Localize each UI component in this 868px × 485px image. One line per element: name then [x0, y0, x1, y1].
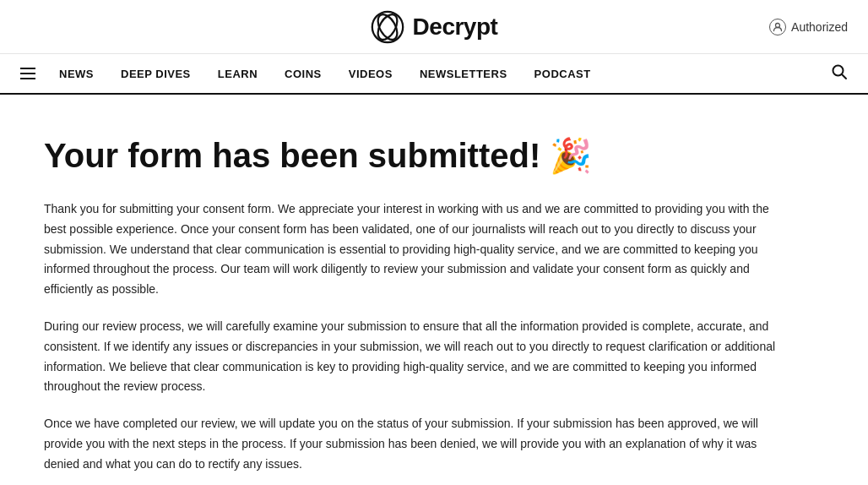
- auth-area[interactable]: Authorized: [769, 19, 848, 35]
- nav-items-list: NEWS DEEP DIVES LEARN COINS VIDEOS NEWSL…: [59, 66, 591, 81]
- user-icon: [769, 19, 786, 35]
- search-icon[interactable]: [831, 63, 848, 84]
- nav-item-learn[interactable]: LEARN: [218, 68, 258, 80]
- nav-item-podcast[interactable]: PODCAST: [534, 68, 591, 80]
- logo-text: Decrypt: [413, 14, 498, 41]
- hamburger-button[interactable]: [20, 68, 35, 79]
- svg-point-3: [776, 23, 780, 27]
- main-nav: NEWS DEEP DIVES LEARN COINS VIDEOS NEWSL…: [0, 54, 868, 95]
- nav-item-deep-dives[interactable]: DEEP DIVES: [121, 68, 191, 80]
- paragraph-1: Thank you for submitting your consent fo…: [44, 199, 784, 300]
- nav-item-coins[interactable]: COINS: [285, 68, 322, 80]
- header: Decrypt Authorized: [0, 0, 868, 54]
- paragraph-2: During our review process, we will caref…: [44, 317, 784, 397]
- auth-label: Authorized: [791, 20, 848, 34]
- main-content: Your form has been submitted! 🎉 Thank yo…: [0, 95, 827, 485]
- nav-item-newsletters[interactable]: NEWSLETTERS: [420, 68, 507, 80]
- page-title: Your form has been submitted! 🎉: [44, 135, 784, 176]
- nav-item-news[interactable]: NEWS: [59, 68, 94, 80]
- paragraph-3: Once we have completed our review, we wi…: [44, 414, 784, 474]
- logo-icon: [371, 10, 404, 44]
- logo-link[interactable]: Decrypt: [371, 10, 498, 44]
- svg-line-5: [842, 74, 846, 79]
- nav-item-videos[interactable]: VIDEOS: [349, 68, 393, 80]
